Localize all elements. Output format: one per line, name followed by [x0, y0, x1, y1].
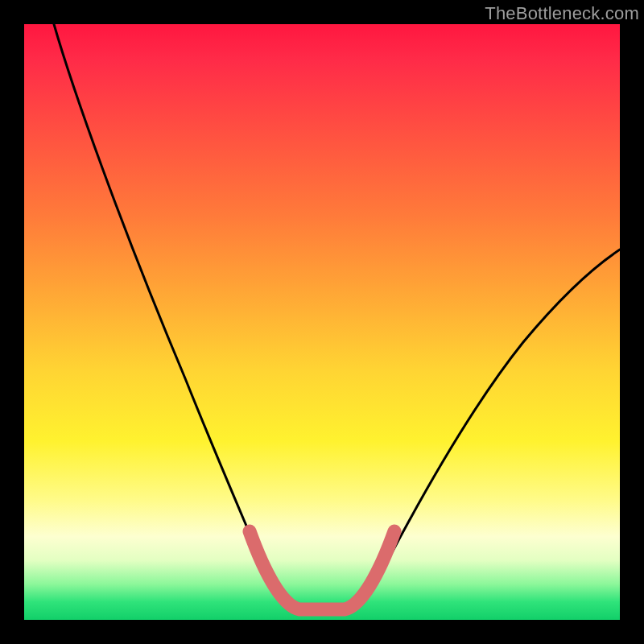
- chart-gradient-background: [24, 24, 620, 620]
- chart-frame: TheBottleneck.com: [0, 0, 644, 644]
- watermark-text: TheBottleneck.com: [485, 3, 639, 24]
